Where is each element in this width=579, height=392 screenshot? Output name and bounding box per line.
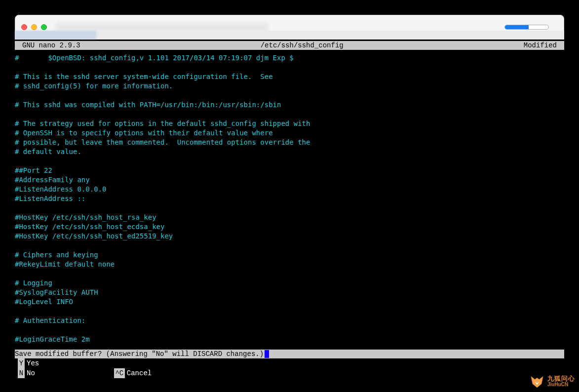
save-prompt-bar: Save modified buffer? (Answering "No" wi…	[15, 350, 564, 358]
watermark-text: 九狐问心 JiuHuCN	[547, 376, 575, 388]
nano-version-label: GNU nano 2.9.3	[22, 41, 80, 49]
zoom-window-button[interactable]	[41, 24, 47, 30]
nano-header-bar: GNU nano 2.9.3 /etc/ssh/sshd_config Modi…	[15, 41, 564, 50]
nano-options-area: Y Yes N No ^C Cancel	[15, 358, 564, 378]
watermark: 九狐问心 JiuHuCN	[530, 374, 575, 389]
yes-label: Yes	[27, 358, 39, 368]
editor-text-area[interactable]: # $OpenBSD: sshd_config,v 1.101 2017/03/…	[15, 51, 564, 350]
watermark-cn: 九狐问心	[547, 376, 575, 382]
no-label: No	[27, 368, 35, 378]
no-key[interactable]: N	[18, 368, 25, 378]
active-tab-blurred[interactable]	[15, 31, 96, 39]
nano-modified-label: Modified	[524, 41, 557, 49]
toolbar-progress-indicator	[504, 25, 549, 30]
close-window-button[interactable]	[21, 24, 27, 30]
cancel-key[interactable]: ^C	[114, 368, 125, 378]
traffic-lights	[21, 24, 47, 30]
option-row-yes: Y Yes	[15, 358, 564, 368]
tab-bar	[15, 31, 564, 39]
watermark-en: JiuHuCN	[547, 382, 575, 388]
option-row-no-cancel: N No ^C Cancel	[15, 368, 564, 378]
fox-icon	[530, 374, 544, 389]
save-prompt-text: Save modified buffer? (Answering "No" wi…	[15, 350, 264, 358]
toolbar-progress-fill	[505, 25, 529, 29]
yes-key[interactable]: Y	[18, 358, 25, 368]
minimize-window-button[interactable]	[31, 24, 37, 30]
nano-file-path: /etc/ssh/sshd_config	[80, 41, 524, 49]
text-cursor	[265, 350, 269, 358]
cancel-label: Cancel	[127, 368, 152, 378]
